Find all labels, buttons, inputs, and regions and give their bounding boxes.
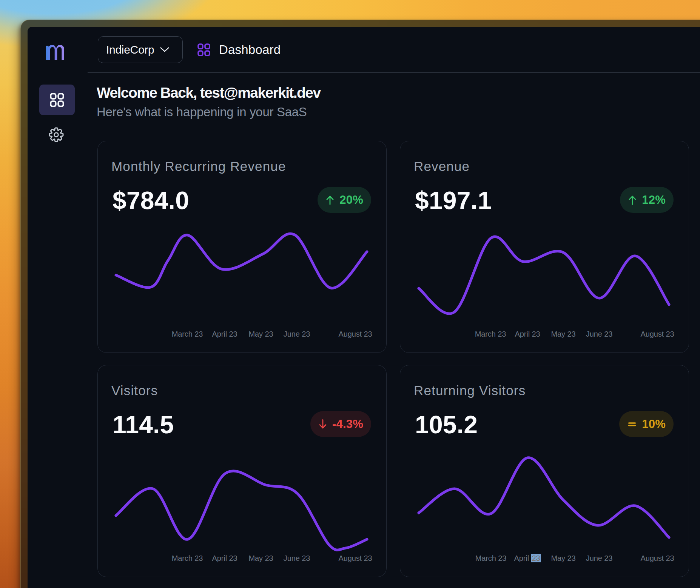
arrow-up-icon — [629, 195, 636, 205]
card-revenue: Revenue $197.1 12% March 23April 23May 2… — [400, 141, 689, 353]
selected-text: 23 — [531, 554, 541, 562]
page-title: Dashboard — [219, 43, 281, 57]
trend-badge-label: -4.3% — [332, 417, 363, 431]
x-axis-label: April 23 — [514, 554, 541, 563]
team-selector-button[interactable]: IndieCorp — [98, 36, 183, 63]
x-axis-label: August 23 — [640, 330, 674, 339]
x-axis-label: June 23 — [284, 330, 310, 339]
arrow-up-icon — [326, 195, 334, 205]
x-axis-label: August 23 — [640, 554, 674, 563]
trend-badge: 10% — [619, 411, 674, 437]
card-title: Returning Visitors — [414, 383, 526, 398]
x-axis-labels: March 23April 23May 23June 23August 23 — [98, 554, 387, 567]
line-chart — [400, 441, 689, 554]
sidebar-item-settings[interactable] — [46, 125, 67, 145]
makerkit-logo[interactable] — [46, 44, 64, 60]
arrow-down-icon — [319, 419, 327, 429]
main-content: Welcome Back, test@makerkit.dev Here's w… — [88, 73, 700, 588]
grid-icon — [197, 43, 211, 57]
x-axis-label: April 23 — [212, 330, 237, 339]
trend-badge-label: 12% — [642, 193, 666, 207]
breadcrumb: Dashboard — [197, 27, 281, 73]
gear-icon — [48, 126, 65, 143]
sidebar — [28, 27, 87, 588]
card-value: 114.5 — [113, 410, 174, 439]
x-axis-label: May 23 — [249, 330, 273, 339]
line-chart — [98, 441, 387, 554]
equals-icon — [628, 419, 636, 429]
card-title: Visitors — [111, 383, 158, 398]
card-title: Revenue — [414, 159, 470, 174]
x-axis-label: March 23 — [475, 554, 507, 563]
line-chart — [400, 217, 689, 330]
trend-badge: -4.3% — [310, 411, 371, 437]
dashboard-app: IndieCorp Dashboard Welcome Back, test@m… — [28, 27, 700, 588]
trend-badge-label: 20% — [339, 193, 363, 207]
x-axis-labels: March 23April 23May 23June 23August 23 — [400, 554, 689, 567]
x-axis-label: April 23 — [515, 330, 540, 339]
card-value: $784.0 — [113, 186, 189, 215]
trend-badge-label: 10% — [642, 417, 666, 431]
sidebar-item-dashboard[interactable] — [39, 85, 75, 115]
x-axis-label: March 23 — [475, 330, 506, 339]
trend-badge: 12% — [620, 187, 674, 213]
x-axis-label: April 23 — [212, 554, 237, 563]
x-axis-label: May 23 — [249, 554, 273, 563]
x-axis-label: May 23 — [551, 554, 576, 563]
line-chart — [98, 217, 387, 330]
trend-badge: 20% — [318, 187, 371, 213]
card-returning-visitors: Returning Visitors 105.2 10% March 23Apr… — [400, 365, 689, 577]
x-axis-labels: March 23April 23May 23June 23August 23 — [98, 330, 387, 343]
x-axis-labels: March 23April 23May 23June 23August 23 — [400, 330, 689, 343]
card-value: 105.2 — [415, 410, 478, 439]
welcome-subheading: Here's what is happening in your SaaS — [97, 105, 307, 119]
x-axis-label: August 23 — [338, 554, 372, 563]
x-axis-label: June 23 — [284, 554, 310, 563]
card-value: $197.1 — [415, 186, 492, 215]
top-header: IndieCorp Dashboard — [88, 27, 700, 73]
x-axis-label: June 23 — [586, 330, 612, 339]
x-axis-label: May 23 — [551, 330, 576, 339]
x-axis-label: June 23 — [586, 554, 612, 563]
card-title: Monthly Recurring Revenue — [111, 159, 286, 174]
chevron-down-icon — [160, 45, 170, 55]
team-selector-label: IndieCorp — [106, 43, 154, 56]
welcome-heading: Welcome Back, test@makerkit.dev — [97, 85, 321, 101]
x-axis-label: August 23 — [338, 330, 372, 339]
card-monthly-recurring-revenue: Monthly Recurring Revenue $784.0 20% Mar… — [97, 141, 387, 353]
app-window: IndieCorp Dashboard Welcome Back, test@m… — [20, 20, 700, 588]
x-axis-label: March 23 — [172, 330, 203, 339]
grid-icon — [49, 92, 65, 108]
card-visitors: Visitors 114.5 -4.3% March 23April 23May… — [97, 365, 387, 577]
x-axis-label: March 23 — [172, 554, 203, 563]
